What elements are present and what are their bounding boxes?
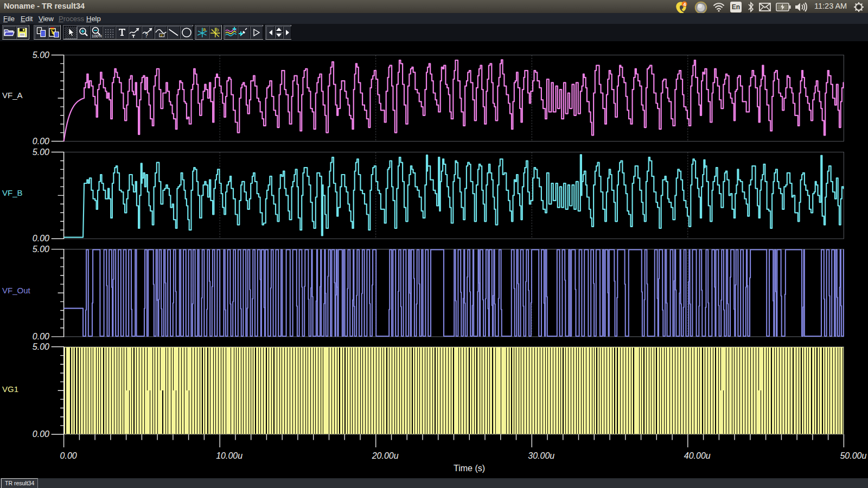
svg-text:0.00: 0.00 [33, 234, 49, 243]
svg-text:5.00: 5.00 [33, 50, 49, 60]
svg-text:VF_Out: VF_Out [2, 286, 31, 295]
svg-text:Time (s): Time (s) [454, 464, 485, 473]
svg-text:5.00: 5.00 [33, 147, 49, 157]
svg-text:b: b [215, 27, 219, 33]
svg-text:50.00u: 50.00u [840, 451, 866, 460]
svg-text:VF_A: VF_A [2, 91, 23, 100]
svg-text:20.00u: 20.00u [372, 451, 399, 460]
svg-text:100%: 100% [92, 34, 102, 38]
svg-text:VG1: VG1 [2, 384, 18, 394]
svg-text:?: ? [145, 33, 148, 38]
svg-text:30.00u: 30.00u [528, 451, 554, 460]
svg-text:4: 4 [683, 2, 686, 7]
svg-text:40.00u: 40.00u [684, 451, 711, 460]
svg-text:10.00u: 10.00u [216, 451, 242, 460]
svg-text:0.00: 0.00 [33, 137, 49, 146]
svg-text:0.00: 0.00 [33, 332, 49, 341]
svg-text:0.00: 0.00 [60, 451, 77, 460]
svg-text:0.00: 0.00 [33, 429, 49, 439]
svg-text:VF_B: VF_B [2, 188, 23, 197]
svg-text:5.00: 5.00 [33, 245, 49, 254]
svg-text:a: a [203, 27, 206, 32]
svg-text:5.00: 5.00 [33, 342, 49, 351]
